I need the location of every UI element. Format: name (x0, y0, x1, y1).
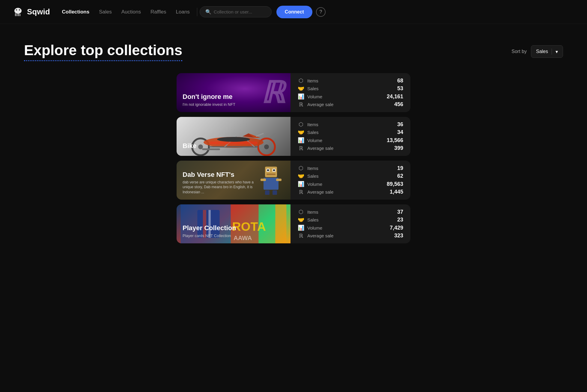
stat-items-value-3: 19 (387, 165, 403, 171)
svg-rect-1 (15, 13, 16, 16)
search-icon: 🔍 (205, 9, 211, 15)
svg-rect-25 (273, 169, 275, 171)
main-nav: Collections Sales Auctions Raffles Loans (62, 9, 190, 15)
nav-sales[interactable]: Sales (99, 9, 112, 15)
search-bar[interactable]: 🔍 (200, 6, 272, 17)
stat-avg-value-4: 323 (390, 233, 403, 239)
stat-avg-label: ℝ Average sale (298, 101, 382, 108)
card-4-desc: Player cards NFT Collection (183, 233, 236, 239)
collection-card-4[interactable]: ROTA AAWA Player Collection Player cards… (177, 204, 410, 243)
card-3-info: Dab Verse NFT's dab verse are unique cha… (177, 166, 267, 200)
stat-avg-label-4: ℝ Average sale (298, 233, 385, 239)
stat-sales-value-3: 62 (387, 173, 403, 179)
chevron-down-icon: ▾ (556, 49, 558, 55)
search-input[interactable] (214, 9, 266, 14)
collection-card-3[interactable]: Dab Verse NFT's dab verse are unique cha… (177, 161, 410, 200)
nav-loans[interactable]: Loans (176, 9, 190, 15)
handshake-icon: 🤝 (298, 85, 304, 92)
card-image-4: ROTA AAWA Player Collection Player cards… (177, 204, 291, 243)
page-title: Explore top collections (24, 42, 182, 61)
card-3-name: Dab Verse NFT's (183, 171, 261, 179)
stat-items-value-2: 36 (387, 121, 403, 128)
chart-icon-4: 📊 (298, 224, 304, 231)
card-1-info: Don't ignore me I'm not ignorable invest… (177, 88, 241, 112)
logo-text: Sqwid (27, 7, 50, 16)
nav-collections[interactable]: Collections (62, 9, 90, 15)
svg-point-10 (264, 144, 269, 149)
card-4-name: Player Collection (183, 224, 236, 232)
logo[interactable]: Sqwid (12, 6, 50, 18)
stat-volume-value-4: 7,429 (390, 225, 403, 231)
sort-label: Sort by (511, 49, 527, 54)
stat-avg-value: 456 (387, 101, 403, 108)
stat-sales-label-2: 🤝 Sales (298, 129, 382, 136)
svg-line-17 (256, 133, 264, 136)
stat-volume-value: 24,161 (387, 94, 403, 100)
stat-volume-label: 📊 Volume (298, 93, 382, 100)
collection-card-1[interactable]: ℝ Don't ignore me I'm not ignorable inve… (177, 73, 410, 112)
main-content: Explore top collections Sort by Sales ▾ … (0, 24, 587, 261)
reef-icon-2: ℝ (298, 145, 304, 152)
svg-rect-26 (267, 174, 276, 175)
svg-rect-4 (19, 14, 20, 16)
reef-icon: ℝ (298, 101, 304, 108)
stat-items-value-4: 37 (390, 209, 403, 215)
card-3-desc: dab verse are unique characters who have… (183, 180, 261, 195)
sort-area: Sort by Sales ▾ (511, 45, 563, 58)
sqwid-logo-icon (12, 6, 24, 18)
stat-avg-label-2: ℝ Average sale (298, 145, 382, 152)
reef-icon-3: ℝ (298, 189, 304, 195)
svg-rect-31 (273, 190, 277, 195)
card-3-stats: ⬡ Items 19 🤝 Sales 62 📊 Volume 89,563 ℝ … (291, 161, 410, 200)
card-1-stats: ⬡ Items 68 🤝 Sales 53 📊 Volume 24,161 ℝ … (291, 73, 410, 112)
nav-divider (197, 8, 197, 16)
card-image-3: Dab Verse NFT's dab verse are unique cha… (177, 161, 291, 200)
stat-volume-value-2: 13,566 (387, 137, 403, 144)
handshake-icon-3: 🤝 (298, 173, 304, 180)
svg-rect-21 (265, 167, 277, 177)
sort-value: Sales (536, 49, 548, 54)
chart-icon-3: 📊 (298, 181, 304, 187)
help-button[interactable]: ? (316, 7, 326, 17)
collections-list: ℝ Don't ignore me I'm not ignorable inve… (177, 73, 410, 243)
cube-icon-4: ⬡ (298, 209, 304, 215)
card-2-info: Bike (177, 137, 202, 156)
card-2-name: Bike (183, 142, 196, 150)
svg-rect-2 (16, 14, 17, 16)
stat-sales-label: 🤝 Sales (298, 85, 382, 92)
nav-auctions[interactable]: Auctions (121, 9, 141, 15)
stat-items-label-2: ⬡ Items (298, 121, 382, 128)
card-1-name: Don't ignore me (183, 93, 235, 101)
svg-rect-3 (18, 13, 19, 16)
card-image-1: ℝ Don't ignore me I'm not ignorable inve… (177, 73, 291, 112)
collection-card-2[interactable]: Bike ⬡ Items 36 🤝 Sales 34 📊 Volume (177, 117, 410, 156)
svg-point-0 (14, 8, 22, 14)
svg-rect-29 (276, 179, 282, 181)
stat-items-label-4: ⬡ Items (298, 209, 385, 215)
handshake-icon-4: 🤝 (298, 217, 304, 223)
connect-button[interactable]: Connect (276, 6, 312, 18)
page-header: Explore top collections Sort by Sales ▾ (24, 42, 563, 61)
svg-rect-35 (275, 204, 286, 243)
svg-point-5 (16, 9, 17, 10)
card-1-decoration: ℝ (261, 75, 285, 110)
handshake-icon-2: 🤝 (298, 129, 304, 136)
stat-avg-value-3: 1,445 (387, 189, 403, 195)
svg-rect-19 (210, 141, 258, 144)
nav-raffles[interactable]: Raffles (150, 9, 166, 15)
header: Sqwid Collections Sales Auctions Raffles… (0, 0, 587, 24)
card-4-info: Player Collection Player cards NFT Colle… (177, 219, 242, 243)
card-1-desc: I'm not ignorable invest in NFT (183, 102, 235, 107)
chart-icon: 📊 (298, 93, 304, 100)
cube-icon-3: ⬡ (298, 165, 304, 171)
stat-items-label-3: ⬡ Items (298, 165, 382, 171)
reef-icon-4: ℝ (298, 233, 304, 239)
stat-volume-value-3: 89,563 (387, 181, 403, 187)
card-image-2: Bike (177, 117, 291, 156)
stat-sales-value: 53 (387, 85, 403, 92)
chart-icon-2: 📊 (298, 137, 304, 144)
stat-items-value: 68 (387, 78, 403, 84)
stat-avg-value-2: 399 (387, 145, 403, 151)
stat-avg-label-3: ℝ Average sale (298, 189, 382, 195)
sort-dropdown[interactable]: Sales ▾ (531, 45, 563, 58)
